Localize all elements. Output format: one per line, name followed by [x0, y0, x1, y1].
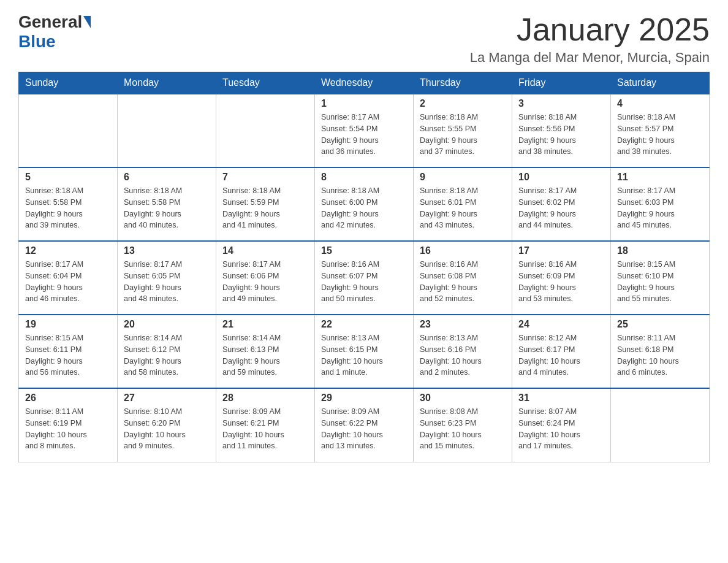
day-info: Sunrise: 8:17 AM Sunset: 6:02 PM Dayligh…: [518, 185, 604, 231]
calendar-cell: [611, 388, 710, 462]
weekday-header-saturday: Saturday: [611, 72, 710, 94]
day-info: Sunrise: 8:11 AM Sunset: 6:18 PM Dayligh…: [617, 332, 703, 378]
calendar-week-row: 5Sunrise: 8:18 AM Sunset: 5:58 PM Daylig…: [19, 167, 710, 241]
calendar-cell: 12Sunrise: 8:17 AM Sunset: 6:04 PM Dayli…: [19, 241, 118, 315]
day-number: 18: [617, 245, 703, 256]
day-info: Sunrise: 8:14 AM Sunset: 6:13 PM Dayligh…: [222, 332, 308, 378]
day-info: Sunrise: 8:09 AM Sunset: 6:22 PM Dayligh…: [321, 406, 407, 452]
day-number: 25: [617, 319, 703, 330]
title-block: January 2025 La Manga del Mar Menor, Mur…: [470, 12, 710, 66]
day-number: 1: [321, 98, 407, 109]
calendar-cell: 30Sunrise: 8:08 AM Sunset: 6:23 PM Dayli…: [414, 388, 512, 462]
day-number: 8: [321, 172, 407, 183]
day-info: Sunrise: 8:17 AM Sunset: 6:06 PM Dayligh…: [222, 259, 308, 305]
weekday-header-thursday: Thursday: [414, 72, 512, 94]
day-number: 2: [420, 98, 506, 109]
logo-general-text: General: [18, 12, 82, 32]
day-info: Sunrise: 8:16 AM Sunset: 6:08 PM Dayligh…: [420, 259, 506, 305]
calendar-cell: 17Sunrise: 8:16 AM Sunset: 6:09 PM Dayli…: [512, 241, 611, 315]
day-number: 29: [321, 393, 407, 404]
day-number: 16: [420, 245, 506, 256]
day-number: 20: [124, 319, 210, 330]
calendar-week-row: 1Sunrise: 8:17 AM Sunset: 5:54 PM Daylig…: [19, 94, 710, 167]
calendar-cell: 21Sunrise: 8:14 AM Sunset: 6:13 PM Dayli…: [216, 315, 315, 388]
calendar-table: SundayMondayTuesdayWednesdayThursdayFrid…: [18, 72, 710, 462]
day-number: 27: [124, 393, 210, 404]
day-info: Sunrise: 8:14 AM Sunset: 6:12 PM Dayligh…: [124, 332, 210, 378]
calendar-cell: 22Sunrise: 8:13 AM Sunset: 6:15 PM Dayli…: [315, 315, 414, 388]
calendar-cell: 8Sunrise: 8:18 AM Sunset: 6:00 PM Daylig…: [315, 167, 414, 241]
day-number: 13: [124, 245, 210, 256]
day-info: Sunrise: 8:18 AM Sunset: 5:57 PM Dayligh…: [617, 112, 703, 158]
calendar-cell: 7Sunrise: 8:18 AM Sunset: 5:59 PM Daylig…: [216, 167, 315, 241]
day-info: Sunrise: 8:10 AM Sunset: 6:20 PM Dayligh…: [124, 406, 210, 452]
calendar-cell: 14Sunrise: 8:17 AM Sunset: 6:06 PM Dayli…: [216, 241, 315, 315]
calendar-cell: [19, 94, 118, 167]
logo-blue-text: Blue: [18, 32, 56, 52]
day-number: 22: [321, 319, 407, 330]
day-number: 21: [222, 319, 308, 330]
logo-triangle-icon: [83, 16, 91, 28]
day-info: Sunrise: 8:18 AM Sunset: 5:56 PM Dayligh…: [518, 112, 604, 158]
day-number: 14: [222, 245, 308, 256]
day-number: 5: [25, 172, 111, 183]
day-number: 6: [124, 172, 210, 183]
day-number: 30: [420, 393, 506, 404]
weekday-header-tuesday: Tuesday: [216, 72, 315, 94]
day-number: 17: [518, 245, 604, 256]
month-title: January 2025: [470, 12, 710, 47]
calendar-cell: 1Sunrise: 8:17 AM Sunset: 5:54 PM Daylig…: [315, 94, 414, 167]
weekday-header-sunday: Sunday: [19, 72, 118, 94]
calendar-cell: 20Sunrise: 8:14 AM Sunset: 6:12 PM Dayli…: [118, 315, 216, 388]
day-number: 9: [420, 172, 506, 183]
day-info: Sunrise: 8:12 AM Sunset: 6:17 PM Dayligh…: [518, 332, 604, 378]
calendar-week-row: 26Sunrise: 8:11 AM Sunset: 6:19 PM Dayli…: [19, 388, 710, 462]
day-info: Sunrise: 8:13 AM Sunset: 6:15 PM Dayligh…: [321, 332, 407, 378]
calendar-cell: 23Sunrise: 8:13 AM Sunset: 6:16 PM Dayli…: [414, 315, 512, 388]
day-info: Sunrise: 8:15 AM Sunset: 6:11 PM Dayligh…: [25, 332, 111, 378]
calendar-cell: 15Sunrise: 8:16 AM Sunset: 6:07 PM Dayli…: [315, 241, 414, 315]
calendar-cell: 29Sunrise: 8:09 AM Sunset: 6:22 PM Dayli…: [315, 388, 414, 462]
calendar-cell: [118, 94, 216, 167]
calendar-cell: 18Sunrise: 8:15 AM Sunset: 6:10 PM Dayli…: [611, 241, 710, 315]
page-header: General Blue January 2025 La Manga del M…: [18, 12, 710, 66]
location-title: La Manga del Mar Menor, Murcia, Spain: [470, 50, 710, 66]
day-number: 4: [617, 98, 703, 109]
calendar-cell: [216, 94, 315, 167]
calendar-cell: 16Sunrise: 8:16 AM Sunset: 6:08 PM Dayli…: [414, 241, 512, 315]
day-info: Sunrise: 8:18 AM Sunset: 5:58 PM Dayligh…: [124, 185, 210, 231]
calendar-cell: 6Sunrise: 8:18 AM Sunset: 5:58 PM Daylig…: [118, 167, 216, 241]
day-number: 7: [222, 172, 308, 183]
day-info: Sunrise: 8:11 AM Sunset: 6:19 PM Dayligh…: [25, 406, 111, 452]
day-info: Sunrise: 8:17 AM Sunset: 5:54 PM Dayligh…: [321, 112, 407, 158]
day-number: 23: [420, 319, 506, 330]
day-info: Sunrise: 8:15 AM Sunset: 6:10 PM Dayligh…: [617, 259, 703, 305]
day-number: 28: [222, 393, 308, 404]
calendar-cell: 5Sunrise: 8:18 AM Sunset: 5:58 PM Daylig…: [19, 167, 118, 241]
day-number: 31: [518, 393, 604, 404]
day-number: 3: [518, 98, 604, 109]
day-info: Sunrise: 8:18 AM Sunset: 5:59 PM Dayligh…: [222, 185, 308, 231]
weekday-header-wednesday: Wednesday: [315, 72, 414, 94]
calendar-cell: 4Sunrise: 8:18 AM Sunset: 5:57 PM Daylig…: [611, 94, 710, 167]
calendar-week-row: 19Sunrise: 8:15 AM Sunset: 6:11 PM Dayli…: [19, 315, 710, 388]
calendar-cell: 10Sunrise: 8:17 AM Sunset: 6:02 PM Dayli…: [512, 167, 611, 241]
calendar-cell: 9Sunrise: 8:18 AM Sunset: 6:01 PM Daylig…: [414, 167, 512, 241]
day-number: 26: [25, 393, 111, 404]
day-info: Sunrise: 8:17 AM Sunset: 6:04 PM Dayligh…: [25, 259, 111, 305]
calendar-cell: 31Sunrise: 8:07 AM Sunset: 6:24 PM Dayli…: [512, 388, 611, 462]
day-number: 11: [617, 172, 703, 183]
calendar-cell: 2Sunrise: 8:18 AM Sunset: 5:55 PM Daylig…: [414, 94, 512, 167]
calendar-cell: 25Sunrise: 8:11 AM Sunset: 6:18 PM Dayli…: [611, 315, 710, 388]
weekday-header-friday: Friday: [512, 72, 611, 94]
calendar-week-row: 12Sunrise: 8:17 AM Sunset: 6:04 PM Dayli…: [19, 241, 710, 315]
day-number: 19: [25, 319, 111, 330]
day-info: Sunrise: 8:09 AM Sunset: 6:21 PM Dayligh…: [222, 406, 308, 452]
day-number: 15: [321, 245, 407, 256]
day-info: Sunrise: 8:17 AM Sunset: 6:03 PM Dayligh…: [617, 185, 703, 231]
day-number: 24: [518, 319, 604, 330]
day-number: 10: [518, 172, 604, 183]
weekday-header-monday: Monday: [118, 72, 216, 94]
calendar-cell: 13Sunrise: 8:17 AM Sunset: 6:05 PM Dayli…: [118, 241, 216, 315]
day-info: Sunrise: 8:07 AM Sunset: 6:24 PM Dayligh…: [518, 406, 604, 452]
